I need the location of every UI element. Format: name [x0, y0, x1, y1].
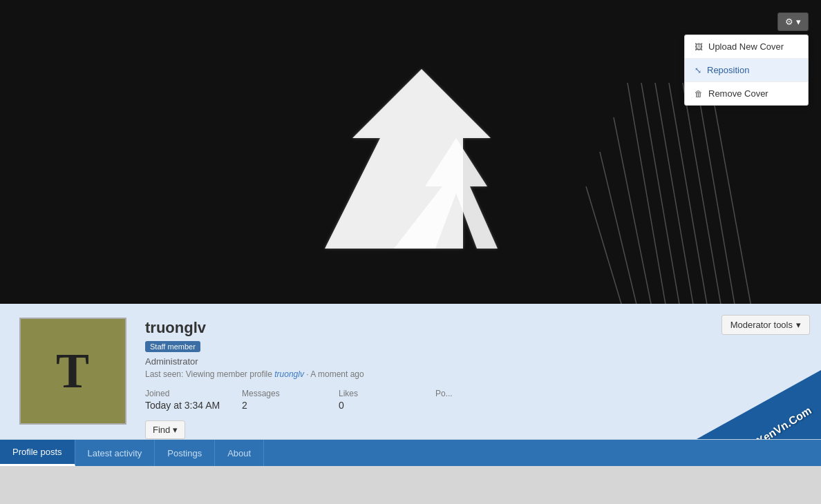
likes-value: 0 — [339, 400, 422, 411]
reposition-item[interactable]: ⤡ Reposition — [685, 59, 808, 82]
trash-icon: 🗑 — [695, 89, 703, 99]
stat-likes: Likes 0 — [339, 389, 435, 411]
role-text: Administrator — [145, 356, 821, 367]
cover-area: ⚙ ▾ 🖼 Upload New Cover ⤡ Reposition 🗑 Re… — [0, 0, 821, 304]
gear-dropdown-arrow: ▾ — [796, 17, 801, 27]
stat-points: Po... — [435, 389, 532, 411]
upload-cover-label: Upload New Cover — [708, 41, 784, 52]
joined-label: Joined — [145, 389, 228, 398]
gear-button[interactable]: ⚙ ▾ — [777, 12, 809, 31]
stat-messages: Messages 2 — [242, 389, 339, 411]
avatar-letter: T — [56, 342, 89, 400]
messages-value: 2 — [242, 400, 325, 411]
image-icon: 🖼 — [695, 42, 703, 52]
joined-value: Today at 3:34 AM — [145, 400, 228, 411]
svg-line-3 — [683, 83, 724, 304]
svg-line-2 — [697, 83, 738, 304]
cover-dropdown-menu: 🖼 Upload New Cover ⤡ Reposition 🗑 Remove… — [684, 35, 809, 106]
likes-label: Likes — [339, 389, 422, 398]
svg-line-4 — [669, 83, 710, 304]
last-seen-prefix: Last seen: — [145, 369, 183, 379]
remove-cover-item[interactable]: 🗑 Remove Cover — [685, 82, 808, 105]
tab-bar: Profile posts Latest activity Postings A… — [0, 440, 821, 466]
tab-profile-posts[interactable]: Profile posts — [0, 440, 75, 466]
tab-postings[interactable]: Postings — [155, 440, 215, 466]
find-dropdown-arrow: ▾ — [173, 425, 178, 435]
svg-line-11 — [710, 83, 752, 304]
svg-line-6 — [641, 83, 683, 304]
reposition-label: Reposition — [707, 65, 749, 75]
last-seen-link[interactable]: truonglv — [274, 369, 304, 379]
moderator-tools-area: Moderator tools ▾ — [721, 315, 810, 335]
svg-line-5 — [655, 83, 697, 304]
tab-postings-label: Postings — [167, 448, 202, 458]
last-seen-time: · A moment ago — [306, 369, 364, 379]
tab-profile-posts-label: Profile posts — [12, 447, 62, 457]
upload-cover-item[interactable]: 🖼 Upload New Cover — [685, 35, 808, 59]
moderator-tools-label: Moderator tools — [730, 320, 793, 330]
lines-decoration — [545, 83, 752, 304]
moderator-tools-button[interactable]: Moderator tools ▾ — [721, 315, 810, 335]
tab-about[interactable]: About — [215, 440, 264, 466]
tab-latest-activity[interactable]: Latest activity — [75, 440, 155, 466]
stat-joined: Joined Today at 3:34 AM — [145, 389, 242, 411]
staff-badge: Staff member — [145, 341, 200, 352]
username: truonglv — [145, 319, 821, 337]
messages-label: Messages — [242, 389, 325, 398]
svg-line-9 — [600, 152, 641, 304]
svg-line-7 — [627, 83, 669, 304]
tab-latest-activity-label: Latest activity — [88, 448, 142, 458]
avatar-area: T — [0, 315, 145, 425]
remove-cover-label: Remove Cover — [708, 88, 768, 99]
last-seen-action: Viewing member profile — [186, 369, 275, 379]
cover-graphic — [242, 55, 532, 290]
profile-section: T truonglv Staff member Administrator La… — [0, 304, 821, 440]
find-label: Find — [153, 425, 170, 435]
tab-about-label: About — [227, 448, 251, 458]
mod-dropdown-arrow: ▾ — [796, 320, 801, 330]
user-info: truonglv Staff member Administrator Last… — [145, 315, 821, 439]
svg-line-10 — [586, 186, 627, 304]
last-seen: Last seen: Viewing member profile truong… — [145, 369, 821, 379]
find-button[interactable]: Find ▾ — [145, 420, 185, 439]
points-label: Po... — [435, 389, 518, 398]
reposition-icon: ⤡ — [695, 66, 701, 75]
stats-row: Joined Today at 3:34 AM Messages 2 Likes… — [145, 389, 821, 411]
gear-icon: ⚙ — [785, 17, 793, 27]
avatar: T — [19, 318, 126, 425]
